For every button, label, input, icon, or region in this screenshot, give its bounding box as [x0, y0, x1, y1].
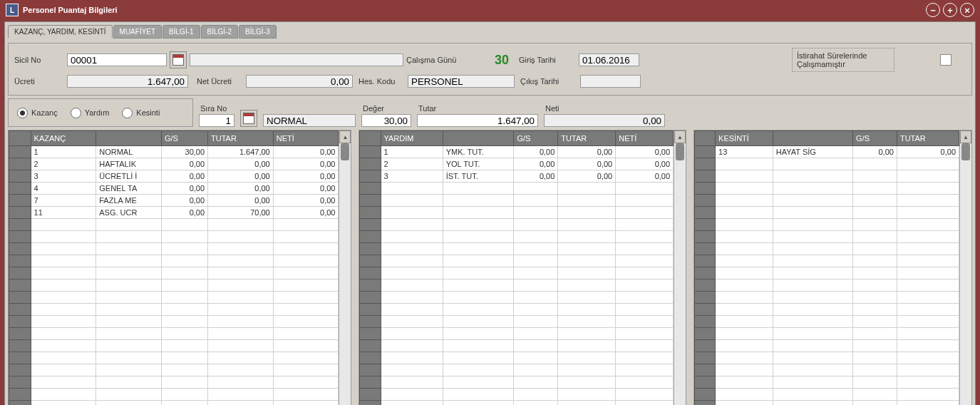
table-row[interactable]	[360, 304, 674, 316]
table-row[interactable]	[695, 231, 959, 243]
table-row[interactable]: 11ASG. UCR0,0070,000,00	[9, 207, 339, 219]
tab-bilgi1[interactable]: BİLGİ-1	[163, 25, 200, 39]
tab-bilgi2[interactable]: BİLGİ-2	[201, 25, 238, 39]
sira-lookup-button[interactable]	[240, 110, 257, 127]
table-row[interactable]	[9, 352, 339, 364]
table-row[interactable]	[360, 280, 674, 292]
sicil-lookup-button[interactable]	[170, 51, 187, 68]
table-row[interactable]	[9, 316, 339, 328]
grid-yardim[interactable]: YARDIMG/STUTARNETİ1YMK. TUT.0,000,000,00…	[359, 130, 674, 405]
table-row[interactable]: 13HAYAT SİG0,000,00	[695, 146, 959, 158]
table-row[interactable]	[695, 170, 959, 183]
table-row[interactable]	[9, 267, 339, 280]
table-row[interactable]	[695, 364, 959, 376]
table-row[interactable]	[9, 401, 339, 406]
radio-dot-icon	[122, 108, 133, 118]
table-row[interactable]: 2YOL TUT.0,000,000,00	[360, 158, 674, 170]
tutar-input[interactable]	[417, 114, 538, 127]
scrollbar[interactable]: ▲▼	[674, 130, 686, 405]
table-row[interactable]	[695, 389, 959, 401]
table-row[interactable]	[360, 316, 674, 328]
table-row[interactable]	[9, 219, 339, 231]
table-row[interactable]	[360, 376, 674, 389]
table-row[interactable]	[695, 219, 959, 231]
close-button[interactable]: ×	[960, 3, 974, 17]
table-row[interactable]: 7FAZLA ME0,000,000,00	[9, 195, 339, 207]
scroll-thumb[interactable]	[676, 143, 684, 160]
scrollbar[interactable]: ▲▼	[339, 130, 351, 405]
tab-kazanc[interactable]: KAZANÇ, YARDIM, KESİNTİ	[8, 25, 113, 39]
table-row[interactable]	[9, 304, 339, 316]
table-row[interactable]	[360, 243, 674, 255]
radio-yardim[interactable]: Yardım	[71, 108, 110, 118]
grid-kesinti[interactable]: KESİNTİG/STUTAR13HAYAT SİG0,000,00	[694, 130, 959, 405]
istirahat-checkbox[interactable]	[940, 54, 951, 66]
table-row[interactable]	[360, 267, 674, 280]
app-icon: L	[6, 4, 19, 16]
tab-muafiyet[interactable]: MUAFİYET	[113, 25, 163, 39]
table-row[interactable]	[360, 195, 674, 207]
table-row[interactable]	[9, 280, 339, 292]
table-row[interactable]	[9, 389, 339, 401]
istirahat-checkbox-wrap[interactable]: İstirahat Sürelerinde Çalışmamıştır	[792, 48, 894, 72]
table-row[interactable]	[360, 401, 674, 406]
table-row[interactable]	[695, 267, 959, 280]
table-row[interactable]	[695, 158, 959, 170]
table-row[interactable]	[695, 352, 959, 364]
radio-kazanc[interactable]: Kazanç	[17, 108, 58, 118]
table-row[interactable]	[695, 340, 959, 352]
table-row[interactable]	[360, 231, 674, 243]
scroll-up-icon[interactable]: ▲	[339, 130, 351, 143]
table-row[interactable]	[9, 255, 339, 267]
table-row[interactable]: 1NORMAL30,001.647,000,00	[9, 146, 339, 158]
table-row[interactable]	[360, 389, 674, 401]
table-row[interactable]	[9, 231, 339, 243]
table-row[interactable]: 1YMK. TUT.0,000,000,00	[360, 146, 674, 158]
table-row[interactable]	[695, 195, 959, 207]
table-row[interactable]	[360, 352, 674, 364]
table-row[interactable]	[695, 207, 959, 219]
scroll-up-icon[interactable]: ▲	[674, 130, 686, 143]
table-row[interactable]	[360, 340, 674, 352]
table-row[interactable]	[9, 364, 339, 376]
table-row[interactable]	[9, 243, 339, 255]
table-row[interactable]	[9, 340, 339, 352]
tab-bilgi3[interactable]: BİLGİ-3	[239, 25, 276, 39]
minimize-button[interactable]: −	[926, 3, 940, 17]
table-row[interactable]	[9, 328, 339, 340]
table-row[interactable]	[695, 280, 959, 292]
table-row[interactable]	[360, 255, 674, 267]
table-row[interactable]	[9, 376, 339, 389]
scrollbar[interactable]: ▲▼	[959, 130, 971, 405]
sira-no-input[interactable]	[199, 114, 234, 127]
table-row[interactable]	[360, 328, 674, 340]
table-row[interactable]	[695, 304, 959, 316]
table-row[interactable]	[360, 183, 674, 195]
table-row[interactable]: 2HAFTALIK0,000,000,00	[9, 158, 339, 170]
table-row[interactable]	[360, 292, 674, 304]
grid-kazanc[interactable]: KAZANÇG/STUTARNETİ1NORMAL30,001.647,000,…	[9, 130, 339, 405]
table-row[interactable]	[695, 328, 959, 340]
radio-kesinti[interactable]: Kesinti	[122, 108, 160, 118]
scroll-thumb[interactable]	[341, 143, 349, 160]
scroll-thumb[interactable]	[961, 143, 970, 160]
table-row[interactable]	[360, 364, 674, 376]
table-row[interactable]	[695, 376, 959, 389]
sicil-no-input[interactable]	[67, 53, 167, 66]
table-row[interactable]: 3ÜCRETLİ İ0,000,000,00	[9, 170, 339, 183]
maximize-button[interactable]: +	[943, 3, 957, 17]
table-row[interactable]	[695, 316, 959, 328]
table-row[interactable]	[695, 243, 959, 255]
table-row[interactable]	[695, 183, 959, 195]
table-row[interactable]: 4GENEL TA0,000,000,00	[9, 183, 339, 195]
table-row[interactable]	[695, 401, 959, 406]
table-row[interactable]	[360, 219, 674, 231]
scroll-up-icon[interactable]: ▲	[960, 130, 971, 143]
table-row[interactable]	[9, 292, 339, 304]
table-row[interactable]	[695, 255, 959, 267]
table-row[interactable]	[695, 292, 959, 304]
table-row[interactable]	[360, 207, 674, 219]
table-row[interactable]: 3İST. TUT.0,000,000,00	[360, 170, 674, 183]
deger-input[interactable]	[361, 114, 411, 127]
ucreti-input	[67, 75, 188, 88]
